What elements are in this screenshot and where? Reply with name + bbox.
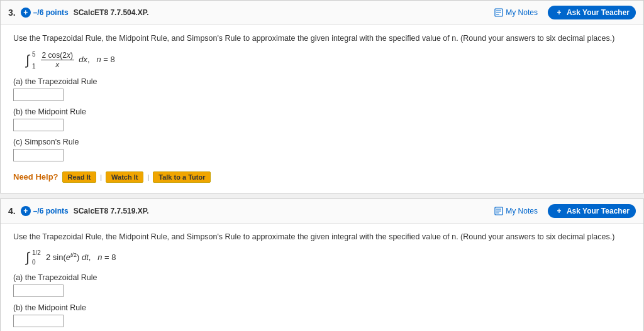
points-badge-4: + –/6 points (21, 206, 69, 216)
lower-bound-4: 0 (32, 259, 41, 266)
header-right-3: My Notes + Ask Your Teacher (494, 6, 636, 19)
ask-plus-icon-4: + (554, 206, 564, 216)
frac-numerator-3: 2 cos(2x) (41, 51, 74, 60)
part-c-label-3: (c) Simpson's Rule (13, 138, 631, 146)
lower-bound-3: 1 (32, 63, 36, 70)
question-3-body: Use the Trapezoidal Rule, the Midpoint R… (1, 25, 643, 193)
ask-teacher-label-3: Ask Your Teacher (567, 8, 630, 17)
my-notes-button-4[interactable]: My Notes (494, 207, 538, 215)
answer-input-3c[interactable] (13, 149, 64, 161)
header-left-4: 4. + –/6 points SCalcET8 7.7.519.XP. (8, 206, 149, 216)
problem-statement-3: Use the Trapezoidal Rule, the Midpoint R… (13, 33, 631, 45)
integral-bounds-3: 5 1 (32, 51, 36, 70)
integral-formula-4: ∫ 1/2 0 2 sin(et/2) dt, n = 8 (26, 249, 631, 266)
notes-icon-4 (494, 207, 503, 215)
part-a-label-3: (a) the Trapezoidal Rule (13, 77, 631, 86)
frac-denominator-3: x (54, 60, 60, 69)
talk-to-tutor-button-3[interactable]: Talk to a Tutor (153, 171, 211, 183)
integral-symbol-3: ∫ (26, 53, 30, 67)
question-4-body: Use the Trapezoidal Rule, the Midpoint R… (1, 224, 643, 331)
answer-input-3a[interactable] (13, 89, 64, 101)
question-3: 3. + –/6 points SCalcET8 7.7.504.XP. My … (0, 0, 644, 193)
upper-bound-3: 5 (32, 51, 36, 58)
problem-statement-4: Use the Trapezoidal Rule, the Midpoint R… (13, 231, 631, 243)
need-help-label-3: Need Help? (13, 172, 58, 182)
answer-input-4b[interactable] (13, 315, 64, 327)
integral-bounds-4: 1/2 0 (32, 249, 41, 266)
upper-bound-4: 1/2 (32, 249, 41, 256)
question-3-header: 3. + –/6 points SCalcET8 7.7.504.XP. My … (1, 1, 643, 25)
notes-icon-3 (494, 8, 503, 17)
part-b-label-3: (b) the Midpoint Rule (13, 107, 631, 116)
watch-it-button-3[interactable]: Watch It (106, 171, 143, 183)
divider-2-3: | (147, 173, 149, 181)
points-label-3: –/6 points (33, 8, 69, 17)
plus-circle-3: + (21, 8, 31, 18)
need-help-row-3: Need Help? Read It | Watch It | Talk to … (13, 171, 631, 183)
header-left-3: 3. + –/6 points SCalcET8 7.7.504.XP. (8, 8, 149, 18)
ask-teacher-label-4: Ask Your Teacher (567, 207, 630, 215)
answer-input-3b[interactable] (13, 119, 64, 131)
integral-formula-3: ∫ 5 1 2 cos(2x) x dx, n = 8 (26, 51, 631, 70)
question-4-header: 4. + –/6 points SCalcET8 7.7.519.XP. My … (1, 199, 643, 224)
divider-1-3: | (100, 173, 102, 181)
question-number-3: 3. (8, 8, 16, 18)
read-it-button-3[interactable]: Read It (62, 171, 97, 183)
question-number-4: 4. (8, 206, 16, 216)
header-right-4: My Notes + Ask Your Teacher (494, 204, 636, 218)
question-id-3: SCalcET8 7.7.504.XP. (74, 8, 149, 17)
integrand-4: 2 sin(et/2) dt, n = 8 (46, 252, 116, 262)
question-id-4: SCalcET8 7.7.519.XP. (74, 207, 149, 215)
part-b-label-4: (b) the Midpoint Rule (13, 303, 631, 312)
fraction-3: 2 cos(2x) x (41, 51, 74, 70)
my-notes-button-3[interactable]: My Notes (494, 8, 538, 17)
integrand-3: 2 cos(2x) x dx, n = 8 (41, 51, 115, 70)
my-notes-label-4: My Notes (506, 207, 538, 215)
integral-symbol-4: ∫ (26, 251, 30, 264)
points-badge-3: + –/6 points (21, 8, 69, 18)
answer-input-4a[interactable] (13, 285, 64, 297)
my-notes-label-3: My Notes (506, 8, 538, 17)
ask-plus-icon-3: + (554, 8, 564, 18)
ask-teacher-button-3[interactable]: + Ask Your Teacher (548, 6, 636, 19)
part-a-label-4: (a) the Trapezoidal Rule (13, 273, 631, 282)
ask-teacher-button-4[interactable]: + Ask Your Teacher (548, 204, 636, 218)
plus-circle-4: + (21, 206, 31, 216)
question-4: 4. + –/6 points SCalcET8 7.7.519.XP. My … (0, 198, 644, 331)
points-label-4: –/6 points (33, 207, 69, 215)
